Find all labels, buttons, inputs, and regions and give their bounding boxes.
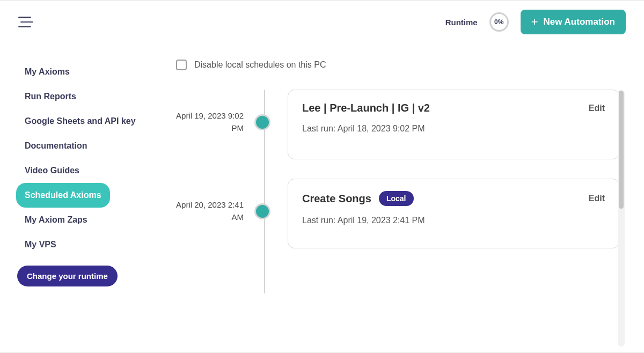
card-title-row: Create Songs Local: [302, 191, 414, 206]
edit-link[interactable]: Edit: [589, 194, 605, 203]
local-badge: Local: [379, 191, 414, 206]
runtime-badge: 0%: [489, 12, 509, 32]
header-right: Runtime 0% + New Automation: [445, 10, 626, 34]
sidebar-item-google-sheets[interactable]: Google Sheets and API key: [16, 109, 144, 134]
timeline-item: April 20, 2023 2:41 AM Create Songs Loca…: [172, 179, 625, 248]
timeline-dot: [254, 203, 270, 219]
runtime-label: Runtime: [445, 18, 478, 27]
main-container: My Axioms Run Reports Google Sheets and …: [0, 43, 644, 286]
card-title-row: Lee | Pre-Launch | IG | v2: [302, 102, 430, 114]
scrollbar-thumb[interactable]: [619, 91, 624, 209]
timeline-date: April 19, 2023 9:02 PM: [172, 90, 247, 134]
card-header: Lee | Pre-Launch | IG | v2 Edit: [302, 102, 605, 114]
sidebar-item-my-vps[interactable]: My VPS: [16, 232, 65, 257]
header: Runtime 0% + New Automation: [0, 1, 644, 43]
disable-schedules-checkbox[interactable]: [176, 60, 187, 70]
timeline-card: Lee | Pre-Launch | IG | v2 Edit Last run…: [288, 90, 619, 159]
edit-link[interactable]: Edit: [589, 104, 605, 113]
disable-schedules-label: Disable local schedules on this PC: [194, 60, 326, 70]
timeline-card: Create Songs Local Edit Last run: April …: [288, 179, 619, 248]
change-runtime-button[interactable]: Change your runtime: [17, 266, 118, 286]
card-header: Create Songs Local Edit: [302, 191, 605, 206]
sidebar-item-my-axiom-zaps[interactable]: My Axiom Zaps: [16, 208, 96, 232]
card-last-run: Last run: April 19, 2023 2:41 PM: [302, 216, 605, 225]
timeline: April 19, 2023 9:02 PM Lee | Pre-Launch …: [172, 90, 625, 248]
sidebar-item-documentation[interactable]: Documentation: [16, 134, 96, 158]
new-automation-label: New Automation: [544, 17, 615, 27]
menu-icon[interactable]: [18, 17, 33, 27]
plus-icon: +: [531, 16, 538, 28]
card-title: Lee | Pre-Launch | IG | v2: [302, 102, 430, 114]
scrollbar-track[interactable]: [618, 90, 625, 347]
new-automation-button[interactable]: + New Automation: [521, 10, 626, 34]
sidebar: My Axioms Run Reports Google Sheets and …: [0, 43, 161, 286]
sidebar-item-run-reports[interactable]: Run Reports: [16, 84, 85, 109]
sidebar-item-scheduled-axioms[interactable]: Scheduled Axioms: [16, 183, 110, 208]
card-last-run: Last run: April 18, 2023 9:02 PM: [302, 124, 605, 134]
sidebar-item-video-guides[interactable]: Video Guides: [16, 158, 88, 183]
content-area: Disable local schedules on this PC April…: [161, 43, 644, 286]
disable-schedules-row: Disable local schedules on this PC: [176, 60, 625, 70]
sidebar-item-my-axioms[interactable]: My Axioms: [16, 60, 78, 84]
timeline-dot: [254, 114, 270, 130]
timeline-item: April 19, 2023 9:02 PM Lee | Pre-Launch …: [172, 90, 625, 159]
card-title: Create Songs: [302, 193, 371, 205]
timeline-date: April 20, 2023 2:41 AM: [172, 179, 247, 223]
